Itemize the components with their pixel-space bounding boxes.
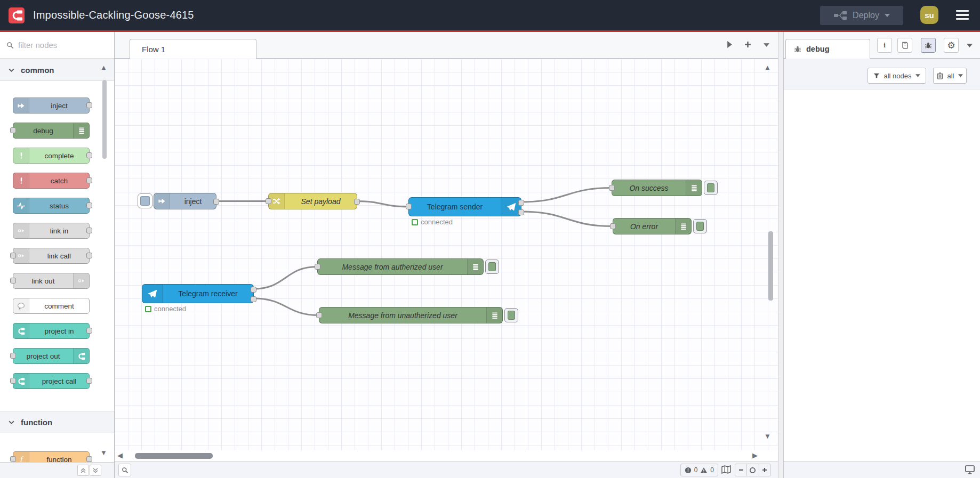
debug-toggle-button[interactable] bbox=[485, 260, 499, 274]
wire[interactable] bbox=[357, 201, 408, 207]
input-port[interactable] bbox=[10, 378, 16, 384]
output-port[interactable] bbox=[86, 152, 92, 158]
palette-scrollbar-thumb[interactable] bbox=[102, 80, 107, 159]
canvas-scroll-up-icon[interactable]: ▲ bbox=[764, 64, 771, 71]
input-port[interactable] bbox=[10, 456, 16, 462]
canvas-vscrollbar-thumb[interactable] bbox=[768, 231, 773, 301]
palette-scroll-up-icon[interactable]: ▲ bbox=[100, 64, 107, 71]
input-port[interactable] bbox=[266, 198, 271, 204]
debug-clear-button[interactable]: all bbox=[933, 68, 967, 84]
wire[interactable] bbox=[254, 267, 317, 289]
flow-node-set-payload[interactable]: Set payload bbox=[268, 193, 357, 209]
flow-node-telegram-sender[interactable]: Telegram sender bbox=[408, 197, 521, 216]
wire[interactable] bbox=[521, 188, 612, 202]
palette-expand-all-button[interactable] bbox=[90, 465, 101, 476]
tab-debug[interactable]: debug bbox=[785, 39, 870, 59]
flow-node-telegram-receiver[interactable]: Telegram receiver bbox=[142, 284, 254, 303]
status-wave-icon bbox=[17, 201, 26, 210]
debug-toggle-button[interactable] bbox=[704, 181, 718, 195]
zoom-out-button[interactable] bbox=[735, 464, 746, 476]
sidebar-tool-help[interactable] bbox=[897, 38, 912, 53]
user-avatar[interactable]: su bbox=[920, 6, 938, 24]
output-port[interactable] bbox=[86, 228, 92, 233]
node-icon-area bbox=[686, 180, 702, 196]
input-port[interactable] bbox=[10, 253, 16, 258]
palette-node-complete[interactable]: complete bbox=[13, 148, 90, 164]
sidebar-tool-debug[interactable] bbox=[921, 38, 936, 53]
sidebar-tool-config[interactable]: ⚙ bbox=[944, 38, 959, 53]
debug-toggle-button[interactable] bbox=[693, 219, 707, 233]
palette-category-function[interactable]: function bbox=[0, 411, 114, 433]
palette-scroll-down-icon[interactable]: ▼ bbox=[100, 449, 107, 456]
wire[interactable] bbox=[254, 298, 319, 315]
palette-node-link-call[interactable]: link call bbox=[13, 248, 90, 264]
canvas-search-button[interactable] bbox=[118, 464, 131, 476]
debug-filter-button[interactable]: all nodes bbox=[867, 68, 926, 84]
output-port[interactable] bbox=[251, 296, 256, 302]
input-port[interactable] bbox=[316, 312, 322, 318]
palette-node-catch[interactable]: catch bbox=[13, 173, 90, 189]
output-port[interactable] bbox=[86, 328, 92, 334]
input-port[interactable] bbox=[315, 264, 320, 270]
debug-toggle-button[interactable] bbox=[504, 308, 518, 322]
palette-node-status[interactable]: status bbox=[13, 198, 90, 214]
palette-node-project-in[interactable]: project in bbox=[13, 323, 90, 339]
palette-node-debug[interactable]: debug bbox=[13, 123, 90, 139]
zoom-in-button[interactable] bbox=[759, 464, 770, 476]
zoom-reset-button[interactable] bbox=[746, 464, 758, 476]
flow-node-msg-authorized[interactable]: Message from autherized user bbox=[317, 258, 484, 275]
inject-run-button[interactable] bbox=[138, 193, 152, 208]
input-port[interactable] bbox=[10, 353, 16, 359]
canvas-scroll-left-icon[interactable]: ◀ bbox=[117, 452, 123, 459]
palette-node-comment[interactable]: comment bbox=[13, 298, 90, 314]
navigator-map-button[interactable] bbox=[721, 465, 731, 474]
next-tab-button[interactable] bbox=[727, 41, 732, 48]
output-port[interactable] bbox=[251, 287, 256, 293]
flow-node-inject[interactable]: inject bbox=[154, 193, 216, 209]
palette-node-project-call[interactable]: project call bbox=[13, 373, 90, 389]
list-flows-button[interactable] bbox=[764, 43, 769, 47]
canvas-hscrollbar-thumb[interactable] bbox=[135, 453, 213, 459]
palette-collapse-all-button[interactable] bbox=[77, 465, 89, 476]
palette-category-common[interactable]: common bbox=[0, 59, 114, 81]
flow-node-msg-unauthorized[interactable]: Message from unautherized user bbox=[319, 307, 503, 323]
sidebar-splitter[interactable] bbox=[778, 32, 784, 478]
sidebar-caret-button[interactable] bbox=[967, 44, 973, 47]
palette-node-inject[interactable]: inject bbox=[13, 98, 90, 114]
input-port[interactable] bbox=[10, 278, 16, 283]
node-icon-area bbox=[675, 218, 691, 234]
flow-node-on-success[interactable]: On success bbox=[612, 180, 702, 196]
open-debug-window-button[interactable] bbox=[965, 465, 975, 474]
palette-node-link-out[interactable]: link out bbox=[13, 273, 90, 289]
notification-counts[interactable]: 0 0 bbox=[680, 464, 718, 476]
input-port[interactable] bbox=[610, 223, 616, 229]
output-port[interactable] bbox=[86, 456, 92, 462]
output-port[interactable] bbox=[354, 199, 360, 205]
canvas-scroll-down-icon[interactable]: ▼ bbox=[764, 433, 771, 440]
output-port[interactable] bbox=[86, 177, 92, 183]
palette-node-project-out[interactable]: project out bbox=[13, 348, 90, 364]
palette-search[interactable]: filter nodes bbox=[0, 32, 114, 59]
output-port[interactable] bbox=[86, 202, 92, 208]
flow-node-on-error[interactable]: On error bbox=[613, 218, 692, 234]
palette-node-link-in[interactable]: link in bbox=[13, 223, 90, 239]
main-menu-button[interactable] bbox=[956, 9, 969, 21]
tab-flow-1[interactable]: Flow 1 bbox=[130, 39, 256, 59]
input-port[interactable] bbox=[609, 185, 615, 191]
debug-message-list[interactable] bbox=[784, 90, 980, 461]
output-port[interactable] bbox=[518, 200, 524, 206]
output-port[interactable] bbox=[518, 209, 524, 215]
canvas-scroll-right-icon[interactable]: ▶ bbox=[752, 452, 758, 459]
deploy-button[interactable]: Deploy bbox=[820, 6, 903, 25]
output-port[interactable] bbox=[86, 378, 92, 384]
output-port[interactable] bbox=[213, 199, 219, 205]
wire[interactable] bbox=[521, 212, 613, 226]
sidebar-tool-info[interactable]: i bbox=[877, 38, 892, 53]
caret-down-icon[interactable] bbox=[885, 14, 890, 17]
input-port[interactable] bbox=[406, 204, 412, 209]
output-port[interactable] bbox=[86, 253, 92, 258]
input-port[interactable] bbox=[10, 127, 16, 133]
add-flow-button[interactable] bbox=[744, 41, 751, 48]
output-port[interactable] bbox=[86, 102, 92, 108]
flow-canvas[interactable]: ▲ ▼ injectSet payloadTelegram senderconn… bbox=[115, 59, 778, 450]
